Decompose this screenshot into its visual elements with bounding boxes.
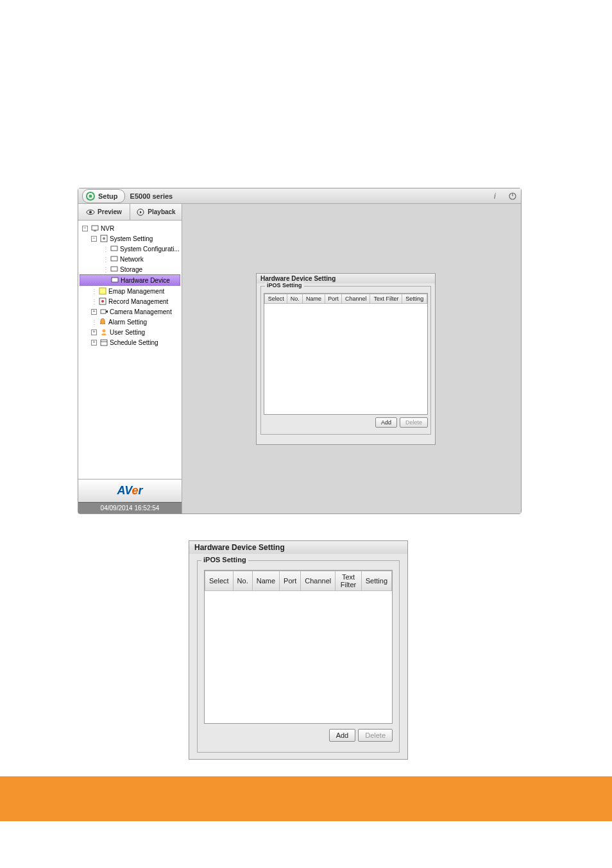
tree-schedule[interactable]: + Schedule Setting bbox=[80, 337, 180, 347]
window-title: E5000 series bbox=[130, 192, 173, 200]
detail-col-channel[interactable]: Channel bbox=[301, 571, 336, 591]
gear-icon bbox=[85, 191, 96, 201]
tab-playback-label: Playback bbox=[148, 208, 175, 215]
detail-col-select[interactable]: Select bbox=[205, 571, 234, 591]
logo: AVer bbox=[117, 484, 142, 497]
add-button[interactable]: Add bbox=[375, 417, 397, 428]
schedule-icon bbox=[99, 338, 108, 347]
svg-rect-13 bbox=[111, 267, 117, 271]
svg-point-1 bbox=[89, 194, 92, 197]
tree-line: ⋮ bbox=[91, 319, 97, 326]
app-window: Setup E5000 series i Preview bbox=[78, 188, 522, 514]
expand-icon[interactable]: + bbox=[91, 330, 97, 335]
svg-rect-20 bbox=[101, 340, 107, 346]
col-select[interactable]: Select bbox=[265, 294, 287, 304]
detail-add-button[interactable]: Add bbox=[329, 729, 356, 742]
tree-line: ⋮ bbox=[103, 246, 108, 253]
svg-rect-11 bbox=[111, 246, 117, 251]
expand-icon[interactable]: + bbox=[91, 340, 97, 346]
computer-icon bbox=[90, 224, 99, 233]
logo-av: AV bbox=[117, 484, 132, 497]
ipos-fieldset: iPOS Setting Select No. Name Port Channe… bbox=[260, 286, 431, 435]
tree-camera-label: Camera Management bbox=[110, 308, 172, 315]
detail-col-no[interactable]: No. bbox=[233, 571, 252, 591]
svg-rect-18 bbox=[101, 310, 106, 313]
tab-row: Preview Playback bbox=[78, 204, 182, 221]
storage-icon bbox=[110, 265, 119, 274]
tab-playback[interactable]: Playback bbox=[130, 204, 182, 220]
tree-hardware-device[interactable]: ⋮ Hardware Device bbox=[80, 274, 180, 286]
tree-record-label: Record Management bbox=[108, 298, 168, 305]
col-channel[interactable]: Channel bbox=[342, 294, 370, 304]
col-name[interactable]: Name bbox=[303, 294, 325, 304]
tab-preview-label: Preview bbox=[98, 208, 122, 215]
col-port[interactable]: Port bbox=[325, 294, 342, 304]
detail-col-name[interactable]: Name bbox=[252, 571, 279, 591]
detail-col-port[interactable]: Port bbox=[280, 571, 301, 591]
tree-alarm[interactable]: ⋮ Alarm Setting bbox=[80, 317, 180, 327]
tree-network-label: Network bbox=[120, 256, 144, 263]
tab-preview[interactable]: Preview bbox=[78, 204, 130, 220]
hardware-device-detail-panel: Hardware Device Setting iPOS Setting Sel… bbox=[189, 540, 408, 760]
tree-camera[interactable]: + Camera Management bbox=[80, 306, 180, 317]
svg-rect-8 bbox=[94, 230, 96, 231]
tree-system-config[interactable]: ⋮ System Configurati... bbox=[80, 244, 180, 254]
delete-button[interactable]: Delete bbox=[400, 417, 428, 428]
timestamp: 04/09/2014 16:52:54 bbox=[101, 505, 160, 512]
camera-icon bbox=[99, 307, 108, 316]
eye-icon bbox=[86, 208, 95, 217]
expand-icon[interactable]: + bbox=[91, 309, 97, 315]
info-icon[interactable]: i bbox=[494, 192, 503, 201]
tree-nvr[interactable]: − NVR bbox=[80, 223, 180, 233]
detail-ipos-legend: iPOS Setting bbox=[201, 556, 248, 563]
ipos-table: Select No. Name Port Channel Text Filter… bbox=[264, 294, 427, 304]
detail-delete-button[interactable]: Delete bbox=[358, 729, 393, 742]
detail-button-row: Add Delete bbox=[204, 729, 393, 742]
tree-user[interactable]: + User Setting bbox=[80, 327, 180, 337]
collapse-icon[interactable]: − bbox=[91, 236, 97, 242]
tree-system-setting[interactable]: − System Setting bbox=[80, 233, 180, 244]
detail-col-text-filter[interactable]: Text Filter bbox=[336, 571, 362, 591]
alarm-icon bbox=[98, 317, 107, 326]
power-icon[interactable] bbox=[508, 192, 517, 201]
col-text-filter[interactable]: Text Filter bbox=[370, 294, 402, 304]
logo-r: r bbox=[139, 484, 143, 497]
sidebar: Preview Playback − NVR bbox=[78, 204, 182, 513]
collapse-icon[interactable]: − bbox=[82, 226, 88, 231]
nav-tree: − NVR − System Setting ⋮ bbox=[78, 221, 182, 479]
titlebar: Setup E5000 series i bbox=[78, 188, 521, 204]
tree-record[interactable]: ⋮ Record Management bbox=[80, 296, 180, 306]
tree-system-setting-label: System Setting bbox=[110, 235, 153, 242]
hardware-device-panel: Hardware Device Setting iPOS Setting Sel… bbox=[256, 273, 436, 445]
ipos-legend: iPOS Setting bbox=[265, 282, 304, 288]
tree-line: ⋮ bbox=[91, 288, 97, 295]
svg-point-19 bbox=[103, 330, 106, 333]
titlebar-icons: i bbox=[494, 192, 517, 201]
tree-line: ⋮ bbox=[103, 256, 108, 263]
record-icon bbox=[98, 297, 107, 306]
svg-rect-7 bbox=[92, 226, 98, 230]
footer-bar bbox=[0, 776, 612, 821]
logo-area: AVer bbox=[78, 479, 182, 502]
svg-rect-14 bbox=[112, 278, 118, 282]
detail-ipos-fieldset: iPOS Setting Select No. Name Port Channe… bbox=[197, 560, 400, 753]
svg-point-10 bbox=[103, 237, 105, 240]
ipos-table-container: Select No. Name Port Channel Text Filter… bbox=[264, 293, 428, 415]
svg-point-5 bbox=[89, 211, 92, 213]
network-icon bbox=[110, 255, 119, 263]
main-area: Preview Playback − NVR bbox=[78, 204, 521, 513]
col-setting[interactable]: Setting bbox=[402, 294, 427, 304]
detail-col-setting[interactable]: Setting bbox=[361, 571, 391, 591]
setup-tab[interactable]: Setup bbox=[82, 189, 125, 203]
tree-line: ⋮ bbox=[91, 298, 97, 305]
detail-panel-title: Hardware Device Setting bbox=[189, 541, 407, 554]
tree-storage[interactable]: ⋮ Storage bbox=[80, 264, 180, 274]
timestamp-bar: 04/09/2014 16:52:54 bbox=[78, 502, 182, 513]
tree-network[interactable]: ⋮ Network bbox=[80, 254, 180, 264]
tree-emap[interactable]: ⋮ Emap Management bbox=[80, 286, 180, 296]
hardware-icon bbox=[110, 276, 119, 285]
tree-hardware-device-label: Hardware Device bbox=[121, 277, 170, 284]
detail-ipos-table-container: Select No. Name Port Channel Text Filter… bbox=[204, 570, 393, 724]
svg-point-17 bbox=[101, 300, 104, 303]
col-no[interactable]: No. bbox=[287, 294, 303, 304]
